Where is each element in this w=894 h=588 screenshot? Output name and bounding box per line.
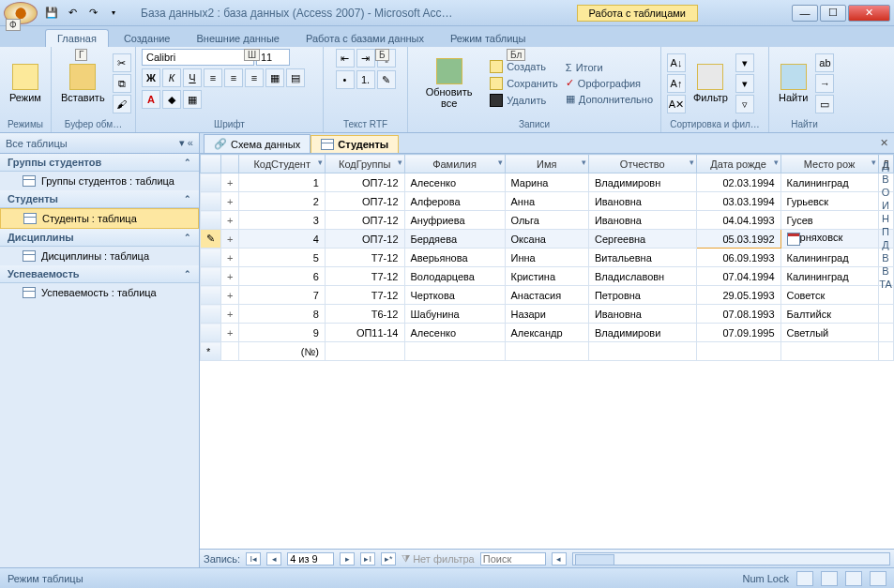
tab-datasheet[interactable]: Режим таблицы [439,30,538,47]
column-header[interactable]: Фамилия▾ [404,155,505,173]
indent-dec-icon[interactable]: ⇤ [336,49,355,68]
cell[interactable]: 03.03.1994 [696,192,780,211]
redo-icon[interactable]: ↷ [84,5,101,22]
column-header[interactable]: Имя▾ [505,155,588,173]
cell-editing[interactable]: 05.03.1992 [696,230,780,249]
save-icon[interactable]: 💾 [43,5,60,22]
select-icon[interactable]: ▭ [815,95,834,113]
cell[interactable]: 07.04.1994 [696,267,780,286]
cell[interactable]: Владиславовн [588,267,696,286]
cell[interactable]: рняховск [780,230,878,249]
hscroll-left[interactable]: ◂ [552,552,567,565]
cell[interactable]: 1 [239,173,325,192]
cell[interactable]: Алесенко [404,324,505,342]
altrow-button[interactable]: ▤ [286,68,305,87]
cell[interactable]: Витальевна [588,249,696,267]
nav-item[interactable]: Студенты : таблица [0,208,199,229]
horizontal-scrollbar[interactable] [572,552,890,565]
row-selector[interactable] [201,324,221,342]
cell[interactable]: 6 [239,267,325,286]
sort-desc-button[interactable]: A↑ [667,74,686,93]
maximize-button[interactable]: ☐ [820,5,846,22]
cell[interactable]: Ануфриева [404,211,505,230]
cell[interactable]: Балтийск [780,305,878,324]
column-header[interactable]: Отчество▾ [588,155,696,173]
highlight-icon[interactable]: ✎ [377,70,396,89]
cell[interactable]: 04.04.1993 [696,211,780,230]
nav-position-input[interactable] [287,552,334,565]
advanced-filter-icon[interactable]: ▾ [735,74,754,93]
tab-create[interactable]: Создание [113,30,182,47]
italic-button[interactable]: К [162,68,181,87]
row-selector[interactable]: ✎ [201,230,221,249]
cell[interactable]: 07.08.1993 [696,305,780,324]
nav-item[interactable]: Группы студентов : таблица [0,172,199,190]
cell[interactable]: Гусев [780,211,878,230]
row-selector[interactable] [201,267,221,286]
font-name-combo[interactable]: Calibri [142,49,254,66]
numbering-icon[interactable]: 1. [356,70,375,89]
cell[interactable]: 9 [239,324,325,342]
cell[interactable]: Володарцева [404,267,505,286]
cell[interactable]: Владимировн [588,173,696,192]
format-painter-icon[interactable]: 🖌 [113,95,131,113]
view-design-button[interactable] [870,571,886,586]
cell[interactable]: Владимирови [588,324,696,342]
gridlines-button[interactable]: ▦ [265,68,284,87]
expand-button[interactable]: + [221,305,239,324]
tab-dbtools[interactable]: Работа с базами данных [295,30,435,47]
cell[interactable]: 5 [239,249,325,267]
clear-sort-button[interactable]: A✕ [667,95,686,113]
cell[interactable]: Т7-12 [325,286,404,305]
row-selector[interactable] [201,305,221,324]
cell[interactable]: Калининград [780,249,878,267]
row-selector[interactable] [201,173,221,192]
cell[interactable]: 02.03.1994 [696,173,780,192]
toggle-filter-icon[interactable]: ▿ [735,95,754,113]
row-selector[interactable] [201,211,221,230]
cell[interactable]: Калининград [780,267,878,286]
sort-asc-button[interactable]: A↓ [667,53,686,72]
nav-category[interactable]: Группы студентов⌃ [0,154,199,172]
new-row-selector[interactable]: * [201,342,221,361]
expand-button[interactable]: + [221,173,239,192]
cell[interactable]: ОП11-14 [325,324,404,342]
view-pivottable-button[interactable] [821,571,838,586]
minimize-button[interactable]: — [792,5,818,22]
cell[interactable]: ОП7-12 [325,211,404,230]
new-row-cell[interactable]: (№) [239,342,325,361]
nav-category[interactable]: Дисциплины⌃ [0,229,199,247]
cell[interactable]: Т7-12 [325,249,404,267]
font-color-button[interactable]: А [142,90,160,109]
nav-last-button[interactable]: ▸І [360,552,375,565]
nav-prev-button[interactable]: ◂ [266,552,281,565]
grid-color-button[interactable]: ▦ [183,90,202,109]
view-pivotchart-button[interactable] [845,571,862,586]
expand-button[interactable]: + [221,267,239,286]
calendar-icon[interactable] [787,233,800,246]
font-size-combo[interactable]: 11 [256,49,290,66]
expand-button[interactable]: + [221,286,239,305]
copy-icon[interactable]: ⧉ [113,74,131,93]
cell[interactable]: Анна [505,192,588,211]
cell[interactable]: Сергеевна [588,230,696,249]
cell[interactable]: ОП7-12 [325,192,404,211]
cell[interactable]: Петровна [588,286,696,305]
expand-button[interactable]: + [221,324,239,342]
spelling-button[interactable]: ✓Орфография [564,76,655,90]
doctab-students[interactable]: Студенты [311,135,399,153]
search-box[interactable] [480,552,546,565]
filter-button[interactable]: Фильтр [689,62,732,105]
cell[interactable]: Т7-12 [325,267,404,286]
expand-button[interactable]: + [221,192,239,211]
row-selector[interactable] [201,286,221,305]
nav-item[interactable]: Дисциплины : таблица [0,247,199,265]
cell[interactable]: Кристина [505,267,588,286]
datasheet[interactable]: КодСтудент▾КодГруппы▾Фамилия▾Имя▾Отчеств… [200,154,894,549]
cell[interactable]: Ивановна [588,192,696,211]
expand-button[interactable]: + [221,211,239,230]
cell[interactable]: Алесенко [404,173,505,192]
close-button[interactable]: ✕ [848,5,890,22]
cell[interactable]: Ольга [505,211,588,230]
delete-record-button[interactable]: Удалить [488,93,560,108]
